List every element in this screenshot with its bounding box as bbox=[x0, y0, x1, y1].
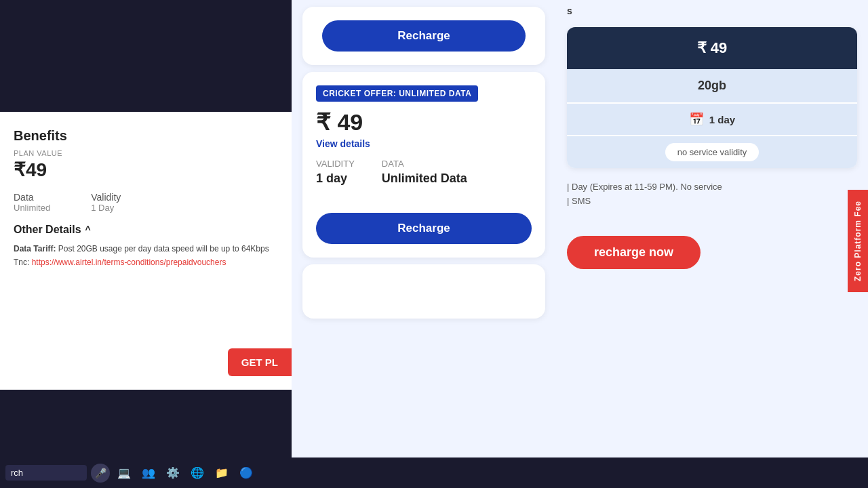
view-details-link[interactable]: View details bbox=[316, 138, 532, 149]
taskbar-search-input[interactable] bbox=[5, 465, 87, 481]
top-recharge-button[interactable]: Recharge bbox=[322, 20, 526, 52]
taskbar-teams-icon[interactable]: 👥 bbox=[138, 463, 159, 483]
left-panel: Benefits PLAN VALUE ₹49 Data Unlimited V… bbox=[0, 0, 292, 458]
taskbar-app-icon[interactable]: 🔵 bbox=[236, 463, 256, 483]
offer-details-row: VALIDITY 1 day DATA Unlimited Data bbox=[316, 159, 532, 186]
tnc-label: Tnc: bbox=[14, 258, 32, 267]
plan-detail-data: 20gb bbox=[567, 69, 857, 102]
offer-data-section: DATA Unlimited Data bbox=[382, 159, 467, 186]
taskbar-folder-icon[interactable]: 📁 bbox=[212, 463, 232, 483]
get-plan-button[interactable]: GET PL bbox=[228, 348, 292, 376]
plan-value-label: PLAN VALUE bbox=[14, 149, 278, 157]
tnc-link[interactable]: https://www.airtel.in/terms-conditions/p… bbox=[32, 258, 226, 267]
other-details-label: Other Details bbox=[14, 224, 81, 236]
data-validity-row: Data Unlimited Validity 1 Day bbox=[14, 192, 278, 213]
expiry-description: | Day (Expires at 11-59 PM). No service|… bbox=[567, 182, 722, 206]
right-panel: s ₹ 49 20gb 📅 1 day no service validity … bbox=[556, 0, 868, 458]
tariff-label: Data Tariff: bbox=[14, 244, 56, 253]
plan-detail-price: ₹ 49 bbox=[567, 27, 857, 69]
data-value: Unlimited bbox=[14, 203, 50, 213]
bottom-partial-card bbox=[302, 264, 545, 319]
offer-validity-value: 1 day bbox=[316, 171, 355, 186]
zero-platform-fee-banner: Zero Platform Fee bbox=[848, 190, 868, 292]
plan-detail-card: ₹ 49 20gb 📅 1 day no service validity bbox=[567, 27, 857, 168]
no-service-badge: no service validity bbox=[665, 143, 760, 161]
cricket-badge: CRICKET OFFER: UNLIMITED DATA bbox=[316, 85, 478, 102]
data-label: Data bbox=[14, 192, 50, 203]
taskbar: 🎤 💻 👥 ⚙️ 🌐 📁 🔵 bbox=[0, 458, 868, 488]
offer-data-label: DATA bbox=[382, 159, 467, 169]
benefits-title: Benefits bbox=[14, 128, 278, 144]
offer-price-value: ₹ 49 bbox=[316, 109, 363, 135]
cricket-recharge-button[interactable]: Recharge bbox=[316, 213, 532, 244]
data-section: Data Unlimited bbox=[14, 192, 50, 213]
recharge-now-button[interactable]: recharge now bbox=[567, 236, 701, 269]
right-header-text: s bbox=[556, 0, 868, 22]
plan-detail-no-service: no service validity bbox=[567, 135, 857, 168]
offer-price: ₹ 49 bbox=[316, 108, 532, 136]
top-recharge-card: Recharge bbox=[302, 7, 545, 65]
other-details-header[interactable]: Other Details ^ bbox=[14, 224, 278, 236]
middle-panel: Recharge CRICKET OFFER: UNLIMITED DATA ₹… bbox=[292, 0, 556, 458]
benefits-card: Benefits PLAN VALUE ₹49 Data Unlimited V… bbox=[0, 112, 292, 390]
validity-value: 1 Day bbox=[91, 203, 121, 213]
tariff-desc: Post 20GB usage per day data speed will … bbox=[58, 244, 269, 253]
calendar-icon: 📅 bbox=[689, 112, 704, 127]
expiry-text: | Day (Expires at 11-59 PM). No service|… bbox=[556, 174, 868, 216]
taskbar-settings-icon[interactable]: ⚙️ bbox=[163, 463, 183, 483]
offer-data-value: Unlimited Data bbox=[382, 171, 467, 186]
chevron-up-icon: ^ bbox=[85, 224, 91, 235]
offer-validity-label: VALIDITY bbox=[316, 159, 355, 169]
plan-validity-value: 1 day bbox=[709, 114, 735, 125]
taskbar-browser-icon[interactable]: 🌐 bbox=[187, 463, 208, 483]
plan-price: ₹49 bbox=[14, 159, 278, 181]
plan-detail-validity: 📅 1 day bbox=[567, 102, 857, 135]
taskbar-mic-icon[interactable]: 🎤 bbox=[91, 464, 110, 483]
cricket-offer-card: CRICKET OFFER: UNLIMITED DATA ₹ 49 View … bbox=[302, 72, 545, 258]
left-top-dark-bg bbox=[0, 0, 292, 112]
left-bottom-dark-bg bbox=[0, 390, 292, 458]
validity-section: Validity 1 Day bbox=[91, 192, 121, 213]
tnc-text: Tnc: https://www.airtel.in/terms-conditi… bbox=[14, 258, 278, 267]
offer-validity-section: VALIDITY 1 day bbox=[316, 159, 355, 186]
data-tariff-text: Data Tariff: Post 20GB usage per day dat… bbox=[14, 244, 278, 253]
validity-label: Validity bbox=[91, 192, 121, 203]
taskbar-files-icon[interactable]: 💻 bbox=[114, 463, 134, 483]
